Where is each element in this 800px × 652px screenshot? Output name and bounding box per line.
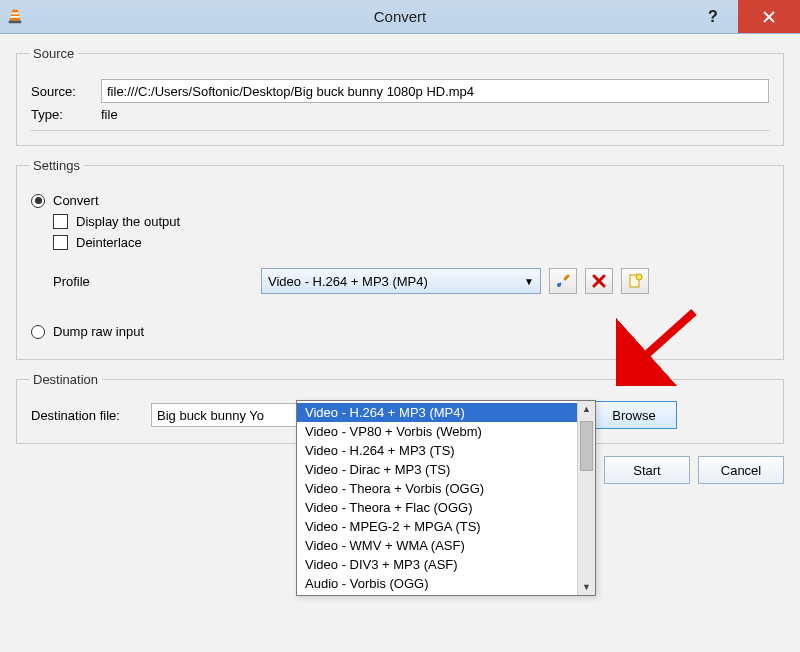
source-label: Source: [31, 84, 101, 99]
settings-legend: Settings [29, 158, 84, 173]
svg-rect-1 [11, 16, 20, 18]
source-input[interactable] [101, 79, 769, 103]
source-group: Source Source: Type: file [16, 46, 784, 146]
type-value: file [101, 107, 118, 122]
help-button[interactable]: ? [688, 0, 738, 33]
convert-radio[interactable]: Convert [31, 193, 769, 208]
profile-selected-text: Video - H.264 + MP3 (MP4) [268, 274, 428, 289]
dump-raw-radio[interactable]: Dump raw input [31, 324, 769, 339]
window-title: Convert [0, 8, 800, 25]
profile-option[interactable]: Video - WMV + WMA (ASF) [297, 536, 577, 555]
profile-option[interactable]: Video - MPEG-2 + MPGA (TS) [297, 517, 577, 536]
edit-profile-button[interactable] [549, 268, 577, 294]
profile-label: Profile [31, 274, 261, 289]
profile-option[interactable]: Video - DIV3 + MP3 (ASF) [297, 555, 577, 574]
delete-x-icon [592, 274, 606, 288]
profile-dropdown-list[interactable]: Video - H.264 + MP3 (MP4)Video - VP80 + … [296, 400, 596, 596]
profile-option[interactable]: Video - VP80 + Vorbis (Webm) [297, 422, 577, 441]
profile-option[interactable]: Audio - Vorbis (OGG) [297, 574, 577, 593]
svg-rect-2 [9, 20, 22, 23]
source-separator [31, 130, 769, 131]
svg-point-3 [557, 283, 561, 287]
vlc-icon [0, 8, 30, 26]
display-output-checkbox[interactable]: Display the output [53, 214, 769, 229]
new-profile-button[interactable] [621, 268, 649, 294]
wrench-icon [555, 273, 571, 289]
deinterlace-label: Deinterlace [76, 235, 142, 250]
close-button[interactable] [738, 0, 800, 33]
browse-button[interactable]: Browse [591, 401, 677, 429]
cancel-button[interactable]: Cancel [698, 456, 784, 484]
checkbox-unchecked-icon [53, 214, 68, 229]
chevron-down-icon: ▼ [524, 276, 534, 287]
svg-rect-0 [11, 12, 18, 14]
scroll-thumb[interactable] [580, 421, 593, 471]
profile-option[interactable]: Video - Dirac + MP3 (TS) [297, 460, 577, 479]
deinterlace-checkbox[interactable]: Deinterlace [53, 235, 769, 250]
profile-option[interactable]: Video - Theora + Flac (OGG) [297, 498, 577, 517]
scroll-up-icon[interactable]: ▲ [578, 401, 595, 417]
source-legend: Source [29, 46, 78, 61]
display-output-label: Display the output [76, 214, 180, 229]
dump-raw-label: Dump raw input [53, 324, 144, 339]
svg-point-5 [636, 274, 642, 280]
profile-option[interactable]: Video - Theora + Vorbis (OGG) [297, 479, 577, 498]
profile-option[interactable]: Video - H.264 + MP3 (TS) [297, 441, 577, 460]
delete-profile-button[interactable] [585, 268, 613, 294]
radio-unchecked-icon [31, 325, 45, 339]
checkbox-unchecked-icon [53, 235, 68, 250]
destination-legend: Destination [29, 372, 102, 387]
title-bar: Convert ? [0, 0, 800, 34]
new-document-icon [627, 273, 643, 289]
type-label: Type: [31, 107, 101, 122]
scroll-down-icon[interactable]: ▼ [578, 579, 595, 595]
profile-combobox[interactable]: Video - H.264 + MP3 (MP4) ▼ [261, 268, 541, 294]
convert-radio-label: Convert [53, 193, 99, 208]
settings-group: Settings Convert Display the output Dein… [16, 158, 784, 360]
radio-checked-icon [31, 194, 45, 208]
dropdown-scrollbar[interactable]: ▲ ▼ [577, 401, 595, 595]
destination-file-label: Destination file: [31, 408, 141, 423]
start-button[interactable]: Start [604, 456, 690, 484]
profile-option[interactable]: Video - H.264 + MP3 (MP4) [297, 403, 577, 422]
